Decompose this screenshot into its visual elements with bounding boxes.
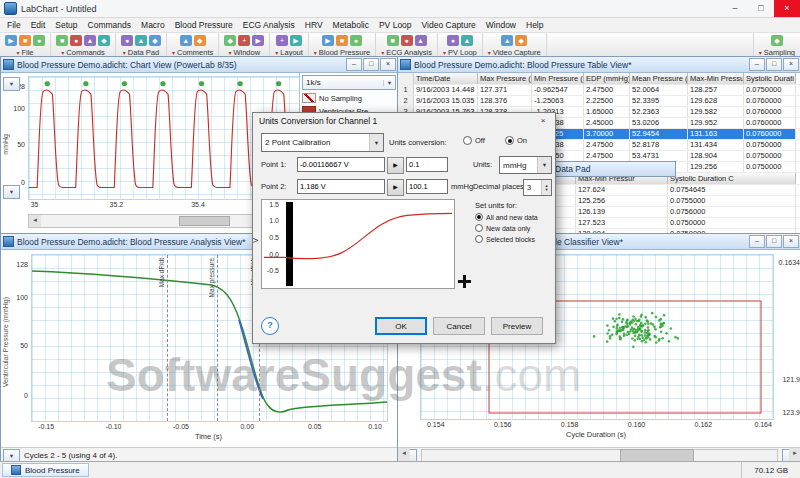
maximize-button[interactable]: □	[748, 0, 774, 17]
menu-item-help[interactable]: Help	[521, 20, 548, 30]
channel-scale-dropdown[interactable]: ▼	[3, 185, 20, 199]
units-conversion-on-radio[interactable]: On	[505, 136, 527, 145]
bp-table-icon[interactable]: ●	[350, 35, 362, 46]
close-button[interactable]: ×	[783, 235, 799, 248]
menu-item-macro[interactable]: Macro	[136, 20, 170, 30]
menu-item-blood-pressure[interactable]: Blood Pressure	[170, 20, 238, 30]
camera-icon[interactable]: ▲	[501, 35, 513, 46]
minimize-button[interactable]: –	[722, 0, 748, 17]
pv-loop-icon[interactable]: ●	[447, 35, 459, 46]
comment-icon[interactable]: ▲	[180, 35, 192, 46]
legend-item-no-sampling[interactable]: No Sampling	[302, 93, 396, 103]
bp-settings-icon[interactable]: ▶	[322, 35, 334, 46]
decimal-places-spinner[interactable]: 3 ▲▼	[523, 179, 552, 196]
point1-result-input[interactable]	[406, 157, 448, 172]
calibration-plot[interactable]: 1.51.00.50.0-0.5	[261, 199, 455, 289]
add-to-datapad-icon[interactable]: ▲	[135, 35, 147, 46]
minimize-button[interactable]: –	[749, 235, 765, 248]
comment-list-icon[interactable]: ◆	[194, 35, 206, 46]
dropdown-arrow-icon: ▾	[61, 49, 64, 56]
menu-item-hrv[interactable]: HRV	[300, 20, 328, 30]
video-settings-icon[interactable]: ◆	[515, 35, 527, 46]
table-view-titlebar[interactable]: Blood Pressure Demo.adicht: Blood Pressu…	[398, 57, 800, 73]
ecg-settings-icon[interactable]: ■	[387, 35, 399, 46]
set-units-option-all-and-new-data[interactable]: All and new data	[475, 213, 551, 221]
tile-windows-icon[interactable]: ◆	[224, 35, 236, 46]
start-icon[interactable]: ■	[56, 35, 68, 46]
close-button[interactable]: ×	[783, 58, 799, 71]
maximize-button[interactable]: □	[766, 235, 782, 248]
stop-icon[interactable]: ●	[70, 35, 82, 46]
sample-rate-select[interactable]: 1k/s ▼	[302, 75, 396, 90]
minimize-button[interactable]: –	[346, 58, 362, 71]
spinner-arrows-icon[interactable]: ▲▼	[541, 180, 551, 195]
channel-scale-dropdown[interactable]: ▼	[3, 77, 20, 91]
units-select[interactable]: mmHg ▼	[499, 156, 552, 174]
close-button[interactable]: ×	[774, 0, 800, 17]
table-row[interactable]: 19/16/2003 14.448127.371-0.9625472.47500…	[398, 85, 800, 96]
ecg-averaging-icon[interactable]: ●	[401, 35, 413, 46]
menu-item-video-capture[interactable]: Video Capture	[417, 20, 481, 30]
point1-input[interactable]	[297, 157, 385, 172]
cycle-marker[interactable]: Max pressure	[217, 255, 218, 421]
toolbar-group-pv-loop: ●▲▾PV Loop	[438, 33, 483, 58]
open-file-icon[interactable]: ■	[19, 35, 31, 46]
datapad-view-icon[interactable]: ◆	[149, 35, 161, 46]
calibration-type-select[interactable]: 2 Point Calibration ▼	[261, 133, 384, 152]
data-pad-window-titlebar[interactable]: Data Pad	[536, 161, 676, 177]
status-task-blood-pressure[interactable]: Blood Pressure	[2, 463, 89, 477]
dialog-close-icon[interactable]: ×	[531, 113, 555, 129]
menu-item-edit[interactable]: Edit	[26, 20, 51, 30]
layout-grid-icon[interactable]: ▶	[290, 35, 302, 46]
set-units-option-new-data-only[interactable]: New data only	[475, 224, 551, 232]
title-bar: LabChart - Untitled – □ ×	[0, 0, 800, 18]
close-button[interactable]: ×	[380, 58, 396, 71]
x-axis-label: Cycle Duration (s)	[420, 430, 772, 439]
menu-item-ecg-analysis[interactable]: ECG Analysis	[238, 20, 300, 30]
bp-analysis-icon[interactable]: ■	[336, 35, 348, 46]
ok-button[interactable]: OK	[375, 317, 427, 335]
point1-apply-arrow-icon[interactable]: ▶	[387, 157, 404, 174]
sampling-icon[interactable]: ◆	[771, 35, 783, 46]
point2-result-input[interactable]	[406, 179, 448, 194]
cycle-marker[interactable]: Max dP/dt	[167, 255, 168, 421]
menu-item-window[interactable]: Window	[481, 20, 521, 30]
point2-apply-arrow-icon[interactable]: ▶	[387, 179, 404, 196]
table-row[interactable]: 29/16/2003 15.035128.376-1.250632.225005…	[398, 96, 800, 107]
zoom-window-icon[interactable]: ▶	[252, 35, 264, 46]
pv-settings-icon[interactable]: ▲	[461, 35, 473, 46]
toolbar-group-window: ◆+▶▾Window	[219, 33, 270, 58]
maximize-button[interactable]: □	[363, 58, 379, 71]
new-file-icon[interactable]: ▶	[5, 35, 17, 46]
menu-item-commands[interactable]: Commands	[83, 20, 136, 30]
cascade-windows-icon[interactable]: +	[238, 35, 250, 46]
chart-view-titlebar[interactable]: Blood Pressure Demo.adicht: Chart View (…	[1, 57, 398, 73]
ecg-table-icon[interactable]: ▲	[415, 35, 427, 46]
add-comment-icon[interactable]: ▲	[84, 35, 96, 46]
point2-unit-label: mmHg	[451, 182, 473, 191]
dropdown-arrow-icon: ▾	[16, 49, 19, 56]
point2-input[interactable]	[297, 179, 385, 194]
toolbar-group-video-capture: ▲◆▾Video Capture	[483, 33, 547, 58]
datapad-icon[interactable]: ●	[121, 35, 133, 46]
menu-item-metabolic[interactable]: Metabolic	[328, 20, 374, 30]
units-conversion-off-radio[interactable]: Off	[463, 136, 485, 145]
layout-icon[interactable]: +	[276, 35, 288, 46]
disk-space-indicator: 70.12 GB	[741, 462, 800, 478]
set-units-option-selected-blocks[interactable]: Selected blocks	[475, 235, 551, 243]
scrollbar-thumb[interactable]	[179, 216, 230, 226]
minimize-button[interactable]: –	[749, 58, 765, 71]
menu-item-pv-loop[interactable]: PV Loop	[374, 20, 417, 30]
cycle-status-text: Cycles 2 - 5 (using 4 of 4).	[24, 451, 117, 460]
timer-icon[interactable]: ◆	[98, 35, 110, 46]
preview-button[interactable]: Preview	[491, 317, 543, 335]
cancel-button[interactable]: Cancel	[433, 317, 485, 335]
table-cell: 0.0756000	[668, 207, 796, 217]
menu-item-file[interactable]: File	[2, 20, 26, 30]
maximize-button[interactable]: □	[766, 58, 782, 71]
menu-item-setup[interactable]: Setup	[50, 20, 82, 30]
help-button[interactable]: ?	[261, 317, 279, 335]
save-file-icon[interactable]: ●	[33, 35, 45, 46]
dialog-titlebar[interactable]: Units Conversion for Channel 1 ×	[253, 113, 555, 129]
scroll-left-icon[interactable]: ◄	[29, 215, 41, 227]
